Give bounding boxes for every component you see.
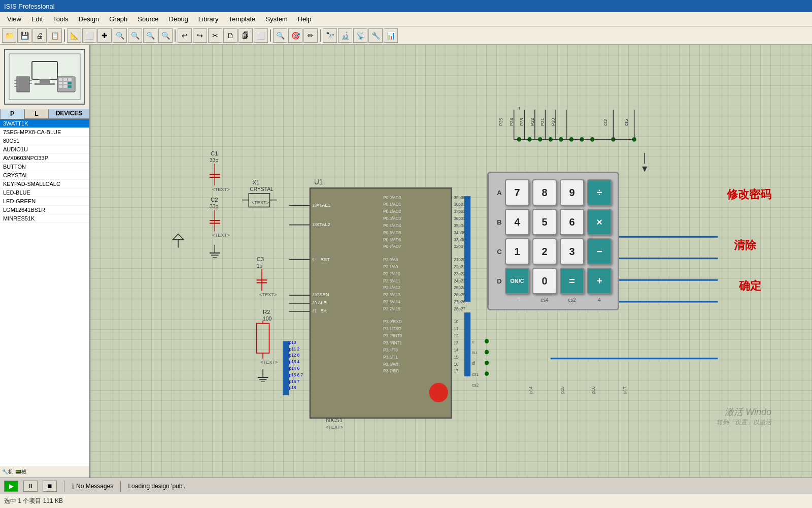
key-3[interactable]: 3 [560, 238, 584, 265]
key-9[interactable]: 9 [560, 179, 584, 206]
svg-rect-61 [310, 188, 451, 418]
toolbar-btn-26[interactable]: 📡 [353, 28, 367, 43]
menu-item-library[interactable]: Library [193, 14, 224, 24]
menu-item-graph[interactable]: Graph [104, 14, 132, 24]
key-5[interactable]: 5 [532, 209, 557, 235]
svg-text:P0.4/AD4: P0.4/AD4 [383, 223, 401, 228]
menu-item-edit[interactable]: Edit [26, 14, 48, 24]
toolbar-btn-21[interactable]: 🎯 [288, 28, 302, 43]
svg-text:<TEXT>: <TEXT> [260, 359, 278, 365]
toolbar-btn-16[interactable]: 🗋 [223, 28, 238, 43]
key-div[interactable]: ÷ [587, 179, 612, 206]
keypad-widget: A 7 8 9 ÷ B 4 5 6 × C [487, 172, 619, 310]
left-panel: P L DEVICES 3WATT1K7SEG-MPX8-CA-BLUE80C5… [0, 45, 90, 478]
device-item-keypad-smallcalc[interactable]: KEYPAD-SMALLCALC [0, 180, 89, 188]
svg-text:33p06: 33p06 [454, 237, 465, 242]
toolbar-btn-14[interactable]: ↪ [193, 28, 207, 43]
svg-point-181 [485, 371, 489, 376]
toolbar-btn-7[interactable]: ✚ [97, 28, 112, 43]
menu-item-source[interactable]: Source [132, 14, 163, 24]
toolbar-btn-22[interactable]: ✏ [303, 28, 318, 43]
device-item-led-blue[interactable]: LED-BLUE [0, 188, 89, 197]
svg-rect-19 [68, 85, 72, 88]
svg-text:<TEXT>: <TEXT> [259, 292, 277, 297]
device-item-crystal[interactable]: CRYSTAL [0, 171, 89, 180]
device-item-audio1u[interactable]: AUDIO1U [0, 145, 89, 154]
info-bar: 选中 1 个项目 111 KB [0, 494, 812, 508]
key-mul[interactable]: × [587, 209, 612, 235]
toolbar-btn-24[interactable]: 🔭 [323, 28, 337, 43]
device-item-led-green[interactable]: LED-GREEN [0, 197, 89, 206]
toolbar-btn-18[interactable]: ⬜ [254, 28, 268, 43]
play-button[interactable]: ▶ [4, 481, 18, 492]
key-sub[interactable]: − [587, 238, 612, 265]
title-text: ISIS Professional [4, 3, 55, 10]
menu-item-design[interactable]: Design [74, 14, 104, 24]
svg-marker-163 [642, 167, 647, 172]
svg-text:EA: EA [320, 308, 327, 313]
tab-devices[interactable]: DEVICES [49, 109, 89, 119]
device-item-button[interactable]: BUTTON [0, 163, 89, 171]
toolbar-btn-27[interactable]: 🔧 [368, 28, 383, 43]
menu-item-system[interactable]: System [260, 14, 292, 24]
key-7[interactable]: 7 [505, 179, 529, 206]
menu-item-tools[interactable]: Tools [48, 14, 73, 24]
toolbar-btn-17[interactable]: 🗐 [239, 28, 253, 43]
device-item-avx0603npo33p[interactable]: AVX0603NPO33P [0, 154, 89, 163]
key-add[interactable]: + [587, 268, 612, 294]
toolbar-btn-20[interactable]: 🔍 [273, 28, 287, 43]
toolbar-btn-13[interactable]: ↩ [178, 28, 192, 43]
svg-text:P2.1/A9: P2.1/A9 [383, 264, 398, 269]
toolbar-btn-11[interactable]: 🔍 [158, 28, 173, 43]
key-8[interactable]: 8 [532, 179, 557, 206]
toolbar-btn-9[interactable]: 🔍 [128, 28, 142, 43]
toolbar-btn-0[interactable]: 📁 [2, 28, 16, 43]
svg-text:23p22: 23p22 [454, 271, 465, 276]
svg-rect-14 [59, 82, 62, 84]
pause-button[interactable]: ⏸ [23, 481, 38, 492]
key-eq[interactable]: = [560, 268, 584, 294]
device-item-3watt1k[interactable]: 3WATT1K [0, 119, 89, 128]
tab-p[interactable]: P [0, 109, 24, 119]
toolbar-btn-5[interactable]: 📐 [67, 28, 81, 43]
svg-text:PSEN: PSEN [316, 292, 329, 297]
svg-rect-17 [59, 85, 62, 88]
menu-item-help[interactable]: Help [293, 14, 317, 24]
device-item-lgm12641bs1r[interactable]: LGM12641BS1R [0, 206, 89, 214]
device-item-minres51k[interactable]: MINRES51K [0, 214, 89, 223]
key-1[interactable]: 1 [505, 238, 529, 265]
info-text: 选中 1 个项目 111 KB [4, 497, 63, 505]
toolbar-btn-25[interactable]: 🔬 [338, 28, 352, 43]
key-4[interactable]: 4 [505, 209, 529, 235]
menu-item-debug[interactable]: Debug [164, 14, 193, 24]
keypad-row-label-a: A [495, 189, 504, 197]
key-2[interactable]: 2 [532, 238, 557, 265]
toolbar-btn-1[interactable]: 💾 [17, 28, 31, 43]
toolbar-btn-8[interactable]: 🔍 [113, 28, 127, 43]
device-item-7seg-mpx8-ca-blue[interactable]: 7SEG-MPX8-CA-BLUE [0, 128, 89, 137]
svg-text:P21: P21 [540, 118, 546, 125]
toolbar-btn-10[interactable]: 🔍 [143, 28, 157, 43]
toolbar-btn-3[interactable]: 📋 [48, 28, 62, 43]
key-6[interactable]: 6 [560, 209, 584, 235]
svg-text:35p04: 35p04 [454, 223, 465, 228]
canvas-area[interactable]: X1 CRYSTAL <TEXT> C1 33p <TEXT> C2 33p <… [90, 45, 812, 478]
menu-item-template[interactable]: Template [224, 14, 261, 24]
toolbar-btn-2[interactable]: 🖨 [32, 28, 47, 43]
key-on-c[interactable]: ON/C [505, 268, 529, 294]
device-item-80c51[interactable]: 80C51 [0, 137, 89, 145]
svg-text:P3.7/RD: P3.7/RD [383, 368, 399, 373]
svg-text:<TEXT>: <TEXT> [212, 186, 230, 192]
key-0[interactable]: 0 [532, 268, 557, 294]
toolbar-btn-28[interactable]: 📊 [384, 28, 398, 43]
tab-l[interactable]: L [24, 109, 49, 119]
svg-text:p17: p17 [622, 386, 627, 394]
toolbar-btn-15[interactable]: ✂ [208, 28, 222, 43]
keypad-row-label-d: D [495, 277, 504, 285]
toolbar-btn-6[interactable]: ⬜ [82, 28, 96, 43]
stop-button[interactable]: ⏹ [43, 481, 57, 492]
svg-rect-12 [63, 78, 67, 81]
toolbar-separator-4 [64, 29, 65, 42]
menu-item-view[interactable]: View [2, 14, 26, 24]
svg-text:33p: 33p [210, 203, 218, 209]
